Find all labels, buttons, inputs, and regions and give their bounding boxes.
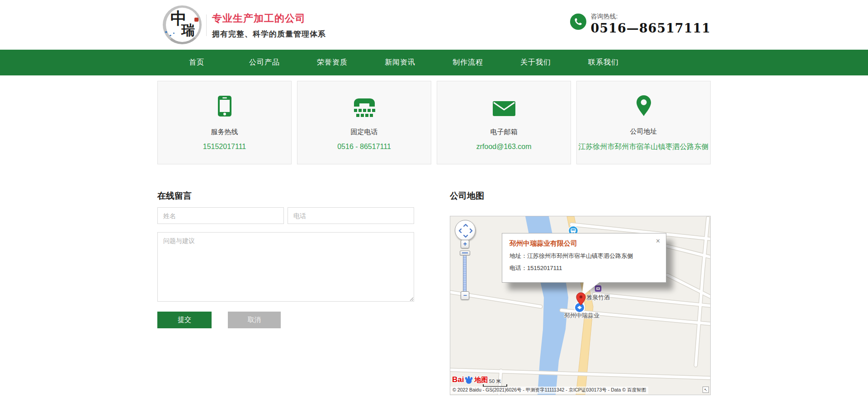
- phone-input[interactable]: [288, 207, 414, 224]
- logo-seal-mark: [194, 18, 198, 22]
- address-value[interactable]: 江苏徐州市邳州市宿羊山镇枣泗公路东侧: [579, 142, 709, 152]
- phone-icon: [570, 14, 586, 30]
- name-input[interactable]: [157, 207, 284, 224]
- hotline-label: 咨询热线:: [591, 13, 711, 21]
- mobile-icon: [217, 94, 233, 117]
- service-hotline-value[interactable]: 15152017111: [203, 143, 246, 151]
- map-zoom-slider-track[interactable]: [463, 255, 467, 292]
- nav-item-contact[interactable]: 联系我们: [570, 50, 637, 75]
- logo-ink-dot: [173, 33, 175, 34]
- telephone-icon: [352, 94, 377, 117]
- close-icon[interactable]: ×: [656, 238, 660, 245]
- baidu-map-canvas[interactable]: + − 邳州中瑞蒜业有限公司 地址：江苏徐州市邳州市宿羊山镇枣泗公: [450, 216, 711, 395]
- info-window-address: 地址：江苏徐州市邳州市宿羊山镇枣泗公路东侧: [509, 252, 659, 260]
- message-form-section: 在线留言 提交 取消: [157, 191, 414, 395]
- nav-item-honors[interactable]: 荣誉资质: [298, 50, 366, 75]
- nav-item-about[interactable]: 关于我们: [502, 50, 570, 75]
- company-pin-marker[interactable]: [576, 292, 586, 308]
- company-logo[interactable]: 中 瑞: [163, 5, 202, 44]
- message-textarea[interactable]: [157, 232, 414, 302]
- map-zoom-in-button[interactable]: +: [461, 240, 469, 248]
- submit-button[interactable]: 提交: [157, 312, 212, 328]
- map-resize-icon[interactable]: ↖: [703, 387, 709, 393]
- map-zoom-slider-thumb[interactable]: [460, 251, 470, 256]
- card-address: 公司地址 江苏徐州市邳州市宿羊山镇枣泗公路东侧: [576, 81, 711, 164]
- tagline-title: 专业生产加工的公司: [212, 12, 326, 25]
- company-label: 邳州中瑞蒜业: [564, 312, 599, 320]
- logo-ink-dot: [170, 35, 171, 36]
- info-window-title: 邳州中瑞蒜业有限公司: [509, 239, 659, 248]
- form-title: 在线留言: [157, 191, 414, 201]
- page-header: 中 瑞 专业生产加工的公司 拥有完整、科学的质量管理体系 咨询热线: 0516—…: [0, 0, 868, 50]
- logo-character-2: 瑞: [181, 21, 195, 40]
- header-hotline: 咨询热线: 0516—86517111: [570, 0, 711, 35]
- map-info-window: 邳州中瑞蒜业有限公司 地址：江苏徐州市邳州市宿羊山镇枣泗公路东侧 电话：1515…: [502, 233, 666, 283]
- liquor-shop-poi-icon[interactable]: [594, 284, 602, 294]
- contact-cards-row: 服务热线 15152017111 固定电话 0516 - 86517111: [157, 81, 711, 164]
- nav-item-products[interactable]: 公司产品: [231, 50, 298, 75]
- info-window-phone: 电话：15152017111: [509, 264, 659, 272]
- logo-ink-dot: [165, 31, 167, 33]
- card-fixed-phone: 固定电话 0516 - 86517111: [297, 81, 431, 164]
- map-pan-control[interactable]: [455, 220, 476, 241]
- nav-item-news[interactable]: 新闻资讯: [366, 50, 434, 75]
- card-service-hotline: 服务热线 15152017111: [157, 81, 292, 164]
- hotline-number: 0516—86517111: [591, 21, 711, 35]
- map-zoom-out-button[interactable]: −: [461, 291, 469, 300]
- map-title: 公司地图: [450, 191, 711, 201]
- card-label: 电子邮箱: [491, 128, 518, 136]
- header-divider: [206, 14, 207, 36]
- baidu-logo-text: Bai: [452, 375, 464, 384]
- card-label: 服务热线: [211, 128, 238, 136]
- email-value[interactable]: zrfood@163.com: [476, 143, 531, 151]
- map-scale-text: 50 米: [483, 378, 507, 385]
- fixed-phone-value[interactable]: 0516 - 86517111: [337, 143, 391, 151]
- card-label: 固定电话: [351, 128, 378, 136]
- card-label: 公司地址: [630, 127, 657, 136]
- baidu-paw-icon: [464, 375, 474, 385]
- company-map-section: 公司地图: [450, 191, 711, 395]
- cancel-button[interactable]: 取消: [228, 312, 281, 328]
- tagline-subtitle: 拥有完整、科学的质量管理体系: [212, 29, 326, 39]
- nav-item-home[interactable]: 首页: [163, 50, 231, 75]
- nav-item-process[interactable]: 制作流程: [434, 50, 502, 75]
- location-icon: [635, 94, 652, 117]
- liquor-shop-label: 雅泉竹酒: [586, 294, 610, 302]
- email-icon: [492, 94, 516, 117]
- map-copyright: © 2022 Baidu - GS(2021)6026号 - 甲测资字11111…: [450, 387, 648, 394]
- card-email: 电子邮箱 zrfood@163.com: [437, 81, 571, 164]
- main-navigation: 首页 公司产品 荣誉资质 新闻资讯 制作流程 关于我们 联系我们: [0, 50, 868, 75]
